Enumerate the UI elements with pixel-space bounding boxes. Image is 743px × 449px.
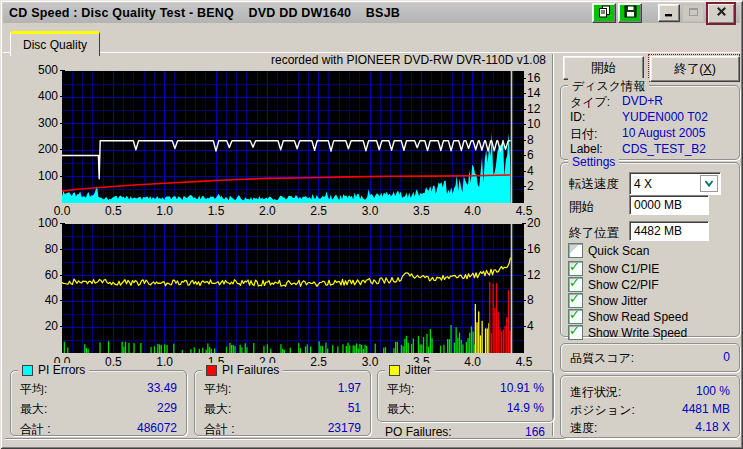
axis-tick-label: 1.0 [147, 356, 183, 369]
chart-plot-jitter-and-pi-failures [62, 224, 524, 353]
axis-tick-label: 400 [24, 90, 58, 103]
copy-button[interactable] [592, 3, 616, 23]
start-button[interactable]: 開始 [563, 56, 644, 80]
axis-tick-label: 4.0 [455, 205, 491, 218]
titlebar-buttons [592, 4, 736, 22]
check-icon: ✓ [569, 307, 580, 322]
progress-value: 100 % [696, 384, 730, 401]
checkbox-show-c1-pie[interactable]: ✓ Show C1/PIE [568, 261, 659, 276]
progress-row: ポジション: 4481 MB [570, 402, 730, 419]
progress-value: 4.18 X [695, 420, 730, 437]
stat-row: 平均:33.49 [11, 379, 186, 399]
disc-info-value: DVD+R [622, 94, 663, 111]
checkbox-show-write-speed[interactable]: ✓ Show Write Speed [568, 325, 687, 340]
stat-row: 最大:51 [195, 399, 370, 419]
chevron-down-icon[interactable] [700, 175, 718, 192]
axis-tick-label: 12 [527, 103, 553, 116]
pi-errors-title-text: PI Errors [38, 363, 85, 377]
checkbox-box[interactable]: ✓ [568, 293, 583, 308]
disc-info-value: CDS_TEST_B2 [622, 142, 706, 156]
axis-tick-label: 4 [527, 165, 553, 178]
end-position-label: 終了位置 [569, 225, 619, 242]
axis-tick-label: 100 [24, 217, 58, 230]
speed-select[interactable]: 4 X [629, 172, 721, 195]
jitter-title: Jitter [385, 363, 435, 377]
disc-info-label: ID: [570, 110, 622, 124]
settings-title-text: Settings [572, 155, 615, 169]
checkbox-label: Show Jitter [588, 294, 647, 308]
axis-tick-label: 2.5 [301, 356, 337, 369]
jitter-legend-icon [389, 365, 400, 376]
disc-info-value: YUDEN000 T02 [622, 110, 708, 124]
stat-row: 最大:229 [11, 399, 186, 419]
axis-tick-label: 0.5 [95, 205, 131, 218]
stat-row: 最大:14.9 % [378, 399, 553, 419]
checkbox-show-c2-pif[interactable]: ✓ Show C2/PIF [568, 277, 659, 292]
axis-tick-label: 3.0 [352, 356, 388, 369]
pi-failures-title: PI Failures [202, 363, 283, 377]
check-icon: ✓ [569, 275, 580, 290]
settings-title: Settings [568, 155, 619, 169]
progress-row: 速度: 4.18 X [570, 420, 730, 437]
exit-button-focus-ring: 終了(X) [648, 54, 740, 82]
axis-tick-label: 12 [527, 269, 553, 282]
checkbox-box[interactable]: ✓ [568, 261, 583, 276]
stat-row: 合計 :23179 [195, 419, 370, 439]
axis-tick-label: 4.0 [455, 356, 491, 369]
checkbox-box[interactable]: ✓ [568, 309, 583, 324]
maximize-icon [688, 6, 699, 20]
close-button[interactable] [706, 2, 736, 25]
start-position-field[interactable]: 0000 MB [629, 195, 709, 215]
stat-value: 1.97 [338, 381, 361, 398]
disc-info-row: Label:CDS_TEST_B2 [570, 142, 731, 156]
quality-score-box: 品質スコア: 0 [560, 343, 740, 372]
chart-plot-pi-errors-and-speed [62, 71, 524, 203]
end-position-field[interactable]: 4482 MB [629, 221, 709, 241]
pi-failures-title-text: PI Failures [222, 363, 279, 377]
stat-label: 最大: [204, 401, 231, 418]
maximize-button[interactable] [682, 4, 704, 22]
axis-tick-label: 16 [527, 243, 553, 256]
disc-info-title: ディスク情報 [568, 78, 649, 95]
stat-label: 最大: [20, 401, 47, 418]
axis-tick-label: 20 [527, 217, 553, 230]
checkbox-show-jitter[interactable]: ✓ Show Jitter [568, 293, 647, 308]
speed-select-value: 4 X [634, 177, 652, 191]
po-failures-value: 166 [525, 425, 545, 439]
axis-tick-label: 14 [527, 87, 553, 100]
checkbox-label: Quick Scan [588, 244, 649, 258]
copy-icon [598, 5, 611, 21]
checkbox-box[interactable]: ✓ [568, 277, 583, 292]
tabpage-top-edge [3, 52, 740, 53]
pi-errors-box: PI Errors 平均:33.49 最大:229 合計 :486072 [10, 370, 187, 436]
save-icon [624, 5, 637, 21]
exit-button[interactable]: 終了(X) [650, 56, 740, 82]
stat-value: 23179 [328, 421, 361, 438]
axis-tick-label: 20 [24, 320, 58, 333]
disc-info-title-text: ディスク情報 [572, 78, 645, 95]
progress-row: 進行状況: 100 % [570, 384, 730, 401]
axis-tick-label: 4 [527, 320, 553, 333]
tab-disc-quality[interactable]: Disc Quality [10, 31, 100, 56]
disc-info-label: Label: [570, 142, 622, 156]
stat-value: 33.49 [147, 381, 177, 398]
checkbox-show-read-speed[interactable]: ✓ Show Read Speed [568, 309, 688, 324]
stat-row: 平均:1.97 [195, 379, 370, 399]
recorded-with-note: recorded with PIONEER DVD-RW DVR-110D v1… [200, 53, 546, 67]
axis-tick-label: 3.5 [403, 205, 439, 218]
axis-tick-label: 300 [24, 117, 58, 130]
checkbox-quick-scan[interactable]: ✓ Quick Scan [568, 243, 649, 258]
checkbox-label: Show C2/PIF [588, 278, 659, 292]
checkbox-label: Show Read Speed [588, 310, 688, 324]
checkbox-box[interactable]: ✓ [568, 325, 583, 340]
stat-value: 486072 [137, 421, 177, 438]
tab-label: Disc Quality [23, 38, 87, 52]
axis-tick-label: 4.5 [506, 356, 542, 369]
progress-label: 速度: [570, 420, 597, 437]
minimize-button[interactable] [658, 4, 680, 22]
save-button[interactable] [618, 3, 642, 23]
exit-button-label-suffix: ) [712, 62, 716, 76]
axis-tick-label: 0.5 [95, 356, 131, 369]
stat-label: 平均: [204, 381, 231, 398]
checkbox-box[interactable]: ✓ [568, 243, 583, 258]
